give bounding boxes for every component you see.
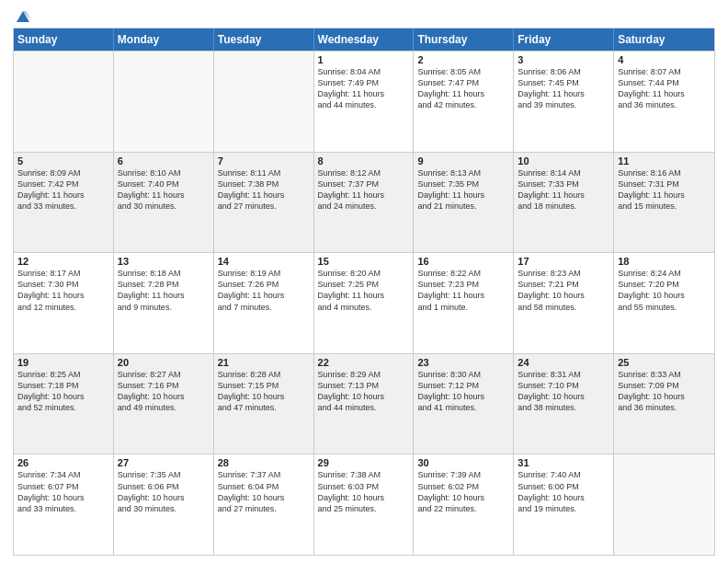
day-number: 23 bbox=[417, 357, 509, 368]
logo-icon bbox=[15, 9, 31, 26]
day-number: 26 bbox=[17, 457, 109, 468]
cell-day-27: 27Sunrise: 7:35 AM Sunset: 6:06 PM Dayli… bbox=[114, 454, 214, 555]
cell-day-30: 30Sunrise: 7:39 AM Sunset: 6:02 PM Dayli… bbox=[414, 454, 514, 555]
cell-day-23: 23Sunrise: 8:30 AM Sunset: 7:12 PM Dayli… bbox=[414, 354, 514, 454]
cell-day-25: 25Sunrise: 8:33 AM Sunset: 7:09 PM Dayli… bbox=[614, 354, 714, 454]
day-number: 9 bbox=[417, 155, 509, 167]
cell-info: Sunrise: 8:20 AM Sunset: 7:25 PM Dayligh… bbox=[318, 268, 410, 313]
cell-info: Sunrise: 8:28 AM Sunset: 7:15 PM Dayligh… bbox=[218, 369, 310, 414]
day-number: 22 bbox=[318, 357, 410, 368]
day-number: 10 bbox=[518, 155, 609, 167]
calendar-body: 1Sunrise: 8:04 AM Sunset: 7:49 PM Daylig… bbox=[14, 51, 714, 555]
cell-day-11: 11Sunrise: 8:16 AM Sunset: 7:31 PM Dayli… bbox=[614, 153, 714, 253]
day-number: 25 bbox=[618, 357, 711, 368]
day-number: 14 bbox=[218, 256, 310, 267]
cell-info: Sunrise: 8:07 AM Sunset: 7:44 PM Dayligh… bbox=[618, 66, 711, 111]
cell-day-4: 4Sunrise: 8:07 AM Sunset: 7:44 PM Daylig… bbox=[614, 52, 714, 152]
day-number: 18 bbox=[618, 256, 711, 267]
cell-info: Sunrise: 8:23 AM Sunset: 7:21 PM Dayligh… bbox=[518, 268, 609, 313]
calendar-header: SundayMondayTuesdayWednesdayThursdayFrid… bbox=[14, 29, 714, 51]
cell-day-10: 10Sunrise: 8:14 AM Sunset: 7:33 PM Dayli… bbox=[514, 153, 614, 253]
day-number: 17 bbox=[518, 256, 609, 267]
cell-info: Sunrise: 8:24 AM Sunset: 7:20 PM Dayligh… bbox=[618, 268, 711, 313]
cell-day-2: 2Sunrise: 8:05 AM Sunset: 7:47 PM Daylig… bbox=[414, 52, 514, 152]
cell-day-5: 5Sunrise: 8:09 AM Sunset: 7:42 PM Daylig… bbox=[14, 153, 114, 253]
header-day-sunday: Sunday bbox=[14, 29, 114, 51]
cell-info: Sunrise: 8:13 AM Sunset: 7:35 PM Dayligh… bbox=[417, 167, 509, 213]
day-number: 19 bbox=[17, 357, 109, 368]
day-number: 27 bbox=[118, 457, 210, 468]
calendar-row-3: 19Sunrise: 8:25 AM Sunset: 7:18 PM Dayli… bbox=[14, 353, 714, 454]
header-day-saturday: Saturday bbox=[614, 29, 714, 51]
cell-info: Sunrise: 7:35 AM Sunset: 6:06 PM Dayligh… bbox=[118, 469, 210, 514]
cell-info: Sunrise: 8:18 AM Sunset: 7:28 PM Dayligh… bbox=[118, 268, 210, 313]
cell-info: Sunrise: 7:37 AM Sunset: 6:04 PM Dayligh… bbox=[218, 469, 310, 514]
day-number: 24 bbox=[518, 357, 609, 368]
cell-day-8: 8Sunrise: 8:12 AM Sunset: 7:37 PM Daylig… bbox=[314, 153, 415, 253]
day-number: 2 bbox=[417, 54, 509, 65]
header-day-tuesday: Tuesday bbox=[214, 29, 314, 51]
cell-day-3: 3Sunrise: 8:06 AM Sunset: 7:45 PM Daylig… bbox=[514, 52, 614, 152]
cell-info: Sunrise: 8:33 AM Sunset: 7:09 PM Dayligh… bbox=[618, 369, 711, 414]
cell-day-13: 13Sunrise: 8:18 AM Sunset: 7:28 PM Dayli… bbox=[114, 253, 214, 353]
cell-info: Sunrise: 8:30 AM Sunset: 7:12 PM Dayligh… bbox=[417, 369, 509, 414]
calendar: SundayMondayTuesdayWednesdayThursdayFrid… bbox=[13, 28, 715, 556]
svg-marker-0 bbox=[17, 11, 29, 22]
cell-info: Sunrise: 8:14 AM Sunset: 7:33 PM Dayligh… bbox=[518, 167, 609, 213]
cell-day-1: 1Sunrise: 8:04 AM Sunset: 7:49 PM Daylig… bbox=[314, 52, 415, 152]
cell-info: Sunrise: 8:17 AM Sunset: 7:30 PM Dayligh… bbox=[17, 268, 109, 313]
cell-info: Sunrise: 8:25 AM Sunset: 7:18 PM Dayligh… bbox=[17, 369, 109, 414]
cell-info: Sunrise: 8:16 AM Sunset: 7:31 PM Dayligh… bbox=[618, 167, 711, 213]
cell-day-29: 29Sunrise: 7:38 AM Sunset: 6:03 PM Dayli… bbox=[314, 454, 415, 555]
calendar-row-4: 26Sunrise: 7:34 AM Sunset: 6:07 PM Dayli… bbox=[14, 454, 714, 555]
cell-info: Sunrise: 7:38 AM Sunset: 6:03 PM Dayligh… bbox=[318, 469, 410, 514]
day-number: 20 bbox=[118, 357, 210, 368]
day-number: 4 bbox=[618, 54, 711, 65]
cell-empty bbox=[214, 52, 314, 152]
day-number: 15 bbox=[318, 256, 410, 267]
day-number: 21 bbox=[218, 357, 310, 368]
cell-day-20: 20Sunrise: 8:27 AM Sunset: 7:16 PM Dayli… bbox=[114, 354, 214, 454]
cell-day-24: 24Sunrise: 8:31 AM Sunset: 7:10 PM Dayli… bbox=[514, 354, 614, 454]
day-number: 28 bbox=[218, 457, 310, 468]
cell-info: Sunrise: 8:31 AM Sunset: 7:10 PM Dayligh… bbox=[518, 369, 609, 414]
day-number: 12 bbox=[17, 256, 109, 267]
day-number: 5 bbox=[17, 155, 109, 167]
cell-info: Sunrise: 8:04 AM Sunset: 7:49 PM Dayligh… bbox=[318, 66, 410, 111]
cell-day-12: 12Sunrise: 8:17 AM Sunset: 7:30 PM Dayli… bbox=[14, 253, 114, 353]
cell-info: Sunrise: 8:19 AM Sunset: 7:26 PM Dayligh… bbox=[218, 268, 310, 313]
cell-empty bbox=[614, 454, 714, 555]
header-day-friday: Friday bbox=[514, 29, 614, 51]
day-number: 30 bbox=[417, 457, 509, 468]
cell-day-6: 6Sunrise: 8:10 AM Sunset: 7:40 PM Daylig… bbox=[114, 153, 214, 253]
day-number: 6 bbox=[118, 155, 210, 167]
cell-info: Sunrise: 8:22 AM Sunset: 7:23 PM Dayligh… bbox=[417, 268, 509, 313]
cell-day-18: 18Sunrise: 8:24 AM Sunset: 7:20 PM Dayli… bbox=[614, 253, 714, 353]
day-number: 29 bbox=[318, 457, 410, 468]
calendar-row-2: 12Sunrise: 8:17 AM Sunset: 7:30 PM Dayli… bbox=[14, 252, 714, 353]
cell-info: Sunrise: 8:06 AM Sunset: 7:45 PM Dayligh… bbox=[518, 66, 609, 111]
cell-info: Sunrise: 8:11 AM Sunset: 7:38 PM Dayligh… bbox=[218, 167, 310, 213]
cell-info: Sunrise: 8:10 AM Sunset: 7:40 PM Dayligh… bbox=[118, 167, 210, 213]
day-number: 16 bbox=[417, 256, 509, 267]
cell-empty bbox=[14, 52, 114, 152]
day-number: 7 bbox=[218, 155, 310, 167]
cell-day-16: 16Sunrise: 8:22 AM Sunset: 7:23 PM Dayli… bbox=[414, 253, 514, 353]
day-number: 1 bbox=[318, 54, 410, 65]
cell-day-17: 17Sunrise: 8:23 AM Sunset: 7:21 PM Dayli… bbox=[514, 253, 614, 353]
cell-day-9: 9Sunrise: 8:13 AM Sunset: 7:35 PM Daylig… bbox=[414, 153, 514, 253]
cell-info: Sunrise: 8:09 AM Sunset: 7:42 PM Dayligh… bbox=[17, 167, 109, 213]
logo bbox=[13, 9, 31, 22]
cell-empty bbox=[114, 52, 214, 152]
cell-day-14: 14Sunrise: 8:19 AM Sunset: 7:26 PM Dayli… bbox=[214, 253, 314, 353]
cell-info: Sunrise: 7:39 AM Sunset: 6:02 PM Dayligh… bbox=[417, 469, 509, 514]
cell-day-22: 22Sunrise: 8:29 AM Sunset: 7:13 PM Dayli… bbox=[314, 354, 415, 454]
header-day-wednesday: Wednesday bbox=[314, 29, 415, 51]
cell-info: Sunrise: 7:34 AM Sunset: 6:07 PM Dayligh… bbox=[17, 469, 109, 514]
day-number: 3 bbox=[518, 54, 609, 65]
cell-day-28: 28Sunrise: 7:37 AM Sunset: 6:04 PM Dayli… bbox=[214, 454, 314, 555]
cell-info: Sunrise: 8:29 AM Sunset: 7:13 PM Dayligh… bbox=[318, 369, 410, 414]
header-day-monday: Monday bbox=[114, 29, 214, 51]
calendar-row-1: 5Sunrise: 8:09 AM Sunset: 7:42 PM Daylig… bbox=[14, 152, 714, 253]
cell-info: Sunrise: 8:05 AM Sunset: 7:47 PM Dayligh… bbox=[417, 66, 509, 111]
